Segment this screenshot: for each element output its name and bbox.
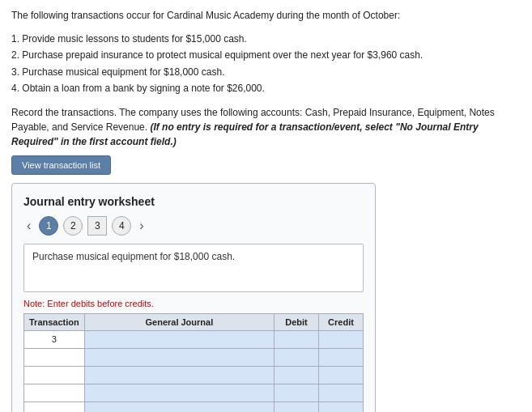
transactions-list: 1. Provide music lessons to students for… xyxy=(11,31,521,97)
tab-2[interactable]: 2 xyxy=(63,216,83,236)
debit-input[interactable] xyxy=(275,384,318,401)
view-transaction-list-button[interactable]: View transaction list xyxy=(11,155,111,175)
tab-next-button[interactable]: › xyxy=(136,219,147,233)
table-row xyxy=(24,348,364,366)
debit-cell[interactable] xyxy=(275,384,319,401)
transaction-description: Purchase musical equipment for $18,000 c… xyxy=(23,244,364,292)
tab-prev-button[interactable]: ‹ xyxy=(23,219,34,233)
credit-cell[interactable] xyxy=(319,330,364,348)
credit-input[interactable] xyxy=(319,349,363,366)
transaction-cell xyxy=(24,366,85,384)
tab-3[interactable]: 3 xyxy=(87,216,107,236)
table-row xyxy=(24,401,364,412)
debit-cell[interactable] xyxy=(275,401,319,412)
tab-1[interactable]: 1 xyxy=(39,216,58,236)
debit-cell[interactable] xyxy=(275,348,319,366)
journal-cell[interactable] xyxy=(84,330,274,348)
tab-4[interactable]: 4 xyxy=(112,216,131,236)
journal-input[interactable] xyxy=(85,384,274,401)
credit-cell[interactable] xyxy=(319,384,364,401)
transaction-cell: 3 xyxy=(24,330,85,348)
transaction-item-2: 2. Purchase prepaid insurance to protect… xyxy=(11,47,521,63)
transaction-cell xyxy=(24,384,85,401)
debit-cell[interactable] xyxy=(275,330,319,348)
debit-input[interactable] xyxy=(275,402,318,412)
worksheet-title: Journal entry worksheet xyxy=(23,195,364,208)
journal-input[interactable] xyxy=(85,349,274,366)
debit-input[interactable] xyxy=(275,331,318,348)
note-text: Note: Enter debits before credits. xyxy=(23,299,364,308)
credit-cell[interactable] xyxy=(319,401,364,412)
intro-text: The following transactions occur for Car… xyxy=(11,8,521,23)
journal-cell[interactable] xyxy=(84,401,274,412)
credit-input[interactable] xyxy=(319,402,363,412)
journal-cell[interactable] xyxy=(84,384,274,401)
credit-input[interactable] xyxy=(319,367,363,384)
col-header-journal: General Journal xyxy=(84,313,274,330)
col-header-transaction: Transaction xyxy=(24,313,85,330)
journal-table: Transaction General Journal Debit Credit… xyxy=(23,313,364,412)
col-header-debit: Debit xyxy=(275,313,319,330)
journal-input[interactable] xyxy=(85,367,274,384)
table-row: 3 xyxy=(24,330,364,348)
tab-navigation: ‹ 1 2 3 4 › xyxy=(23,216,364,236)
record-instruction: Record the transactions. The company use… xyxy=(11,105,521,149)
debit-input[interactable] xyxy=(275,349,318,366)
credit-input[interactable] xyxy=(319,384,363,401)
table-row xyxy=(24,366,364,384)
journal-cell[interactable] xyxy=(84,366,274,384)
credit-cell[interactable] xyxy=(319,348,364,366)
journal-cell[interactable] xyxy=(84,348,274,366)
debit-input[interactable] xyxy=(275,367,318,384)
credit-cell[interactable] xyxy=(319,366,364,384)
transaction-item-1: 1. Provide music lessons to students for… xyxy=(11,31,521,47)
credit-input[interactable] xyxy=(319,331,363,348)
transaction-cell xyxy=(24,401,85,412)
transaction-item-3: 3. Purchase musical equipment for $18,00… xyxy=(11,64,521,80)
worksheet-container: Journal entry worksheet ‹ 1 2 3 4 › Purc… xyxy=(11,183,376,412)
table-row xyxy=(24,384,364,401)
transaction-item-4: 4. Obtain a loan from a bank by signing … xyxy=(11,80,521,96)
col-header-credit: Credit xyxy=(319,313,364,330)
journal-input[interactable] xyxy=(85,331,274,348)
journal-input[interactable] xyxy=(85,402,274,412)
transaction-cell xyxy=(24,348,85,366)
debit-cell[interactable] xyxy=(275,366,319,384)
